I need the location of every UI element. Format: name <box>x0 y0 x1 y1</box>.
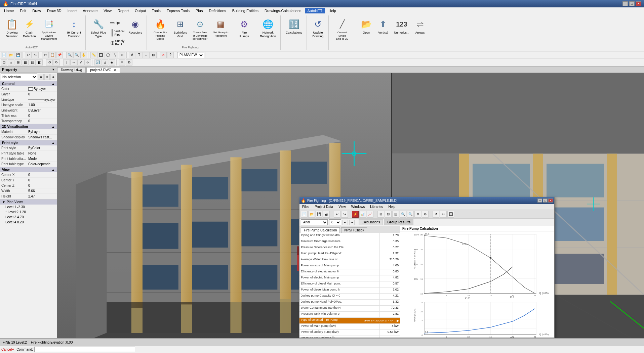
dialog-menu-windows[interactable]: Windows <box>350 205 366 209</box>
tb-save[interactable]: 💾 <box>15 52 22 58</box>
tb-btn-5[interactable]: 📏 <box>90 52 97 58</box>
dtb-17[interactable]: ↻ <box>440 211 447 218</box>
tb-btn-7[interactable]: ◯ <box>105 52 111 58</box>
tb-paste[interactable]: 📌 <box>56 52 63 58</box>
sprinklers-grid-button[interactable]: ⊞ SprinklersGrid <box>172 17 189 40</box>
close-button[interactable]: ✕ <box>636 1 641 6</box>
menu-definitions[interactable]: Definitions <box>206 8 229 13</box>
dtb-12[interactable]: 🔍 <box>400 211 406 218</box>
tb2-15[interactable]: ◈ <box>109 59 115 65</box>
fire-pump-calc-tab[interactable]: Fire Pump Calculation <box>301 227 340 233</box>
calc-tab-btn[interactable]: Calculations <box>359 219 383 225</box>
create-fighting-space-button[interactable]: 🔥 Create FireFighting Space <box>150 17 170 42</box>
dtb-2[interactable]: 📂 <box>308 211 315 218</box>
dtb-11[interactable]: ▤ <box>392 211 399 218</box>
drawing-definition-button[interactable]: 📋 DrawingDefinition <box>4 17 20 40</box>
dtb-7[interactable]: 📊 <box>359 211 366 218</box>
tb2-14[interactable]: ⊿ <box>102 59 108 65</box>
tb2-layers[interactable]: ≡ <box>119 59 125 65</box>
dialog-maximize[interactable]: □ <box>543 198 548 203</box>
tb-btn-11[interactable]: T <box>136 52 143 58</box>
dtb-9[interactable]: ⊞ <box>377 211 384 218</box>
plan-view-2[interactable]: * Level:2 1.20 <box>0 210 57 215</box>
dtb-13[interactable]: 🔍 <box>407 211 414 218</box>
menu-report[interactable]: Report <box>115 8 131 13</box>
dtb-5[interactable]: ↩ <box>334 211 340 218</box>
dtb-16[interactable]: ↺ <box>433 211 439 218</box>
dtb-6[interactable]: ↪ <box>341 211 348 218</box>
plan-view-3[interactable]: Level:3 4.70 <box>0 215 57 220</box>
dialog-menu-project[interactable]: Project Data <box>313 205 334 209</box>
supply-point-button[interactable]: ⊕ SupplyPoint <box>109 38 126 47</box>
tb2-13[interactable]: 🔄 <box>94 59 101 65</box>
general-header[interactable]: General ▲ <box>0 81 57 86</box>
group-results-btn[interactable]: Group Results <box>384 219 413 225</box>
menu-express[interactable]: Express Tools <box>164 8 192 13</box>
menu-help[interactable]: Help <box>326 8 339 13</box>
tb2-6[interactable]: ◧ <box>36 59 43 65</box>
dtb-18[interactable]: 🔲 <box>447 211 454 218</box>
select-pipe-type-button[interactable]: 🔧 Select PipeType <box>89 17 108 40</box>
tb2-properties[interactable]: ⚙ <box>126 59 132 65</box>
tb2-8[interactable]: ⟳ <box>53 59 60 65</box>
tb2-4[interactable]: ▦ <box>22 59 29 65</box>
tb-open[interactable]: 📂 <box>8 52 14 58</box>
print-header[interactable]: Print style ▲ <box>0 140 57 145</box>
tb-btn-6[interactable]: 🔲 <box>97 52 104 58</box>
dialog-menu-libraries[interactable]: Libraries <box>369 205 384 209</box>
tb-copy[interactable]: 📋 <box>49 52 56 58</box>
dtb-10[interactable]: ⊡ <box>385 211 392 218</box>
selection-combo[interactable]: No selection <box>1 74 37 80</box>
clash-detection-button[interactable]: ⚡ ClashDetection <box>22 17 38 40</box>
pipe-button[interactable]: ━ Pipe <box>109 18 126 28</box>
font-redo[interactable]: ↪ <box>349 220 355 225</box>
tb-help[interactable]: ? <box>167 52 174 58</box>
set-group-button[interactable]: ▦ Set Group toReceptors <box>211 17 230 39</box>
pump-type-expand[interactable]: ▶ <box>397 319 399 322</box>
calculations-button[interactable]: 🔢 Calculations <box>284 17 304 36</box>
tb2-10[interactable]: ↔ <box>70 59 77 65</box>
menu-insert[interactable]: Insert <box>65 8 80 13</box>
dialog-menu-view[interactable]: View <box>337 205 347 209</box>
view-combo[interactable]: PLANVIEW 3D View <box>177 52 204 58</box>
panel-btn-2[interactable]: ⊕ <box>44 74 50 80</box>
menu-autonet[interactable]: AutoNET <box>305 8 325 13</box>
dtb-1[interactable]: 📄 <box>301 211 308 218</box>
dtb-4[interactable]: 🖨 <box>323 211 330 218</box>
tb-redo[interactable]: ↪ <box>32 52 39 58</box>
dtb-3[interactable]: 💾 <box>316 211 322 218</box>
tb-btn-9[interactable]: ⊕ <box>119 52 125 58</box>
font-undo[interactable]: ↩ <box>343 220 348 225</box>
dialog-menu-help[interactable]: Help <box>387 205 397 209</box>
open-button[interactable]: 📂 Open <box>359 17 374 36</box>
plan-view-1[interactable]: Level:1 -2.30 <box>0 205 57 210</box>
viz3d-header[interactable]: 3D Visualisation ▲ <box>0 124 57 129</box>
vertical-pipe-button[interactable]: ┃ VerticalPipe <box>109 28 126 38</box>
view-header[interactable]: View ▲ <box>0 167 57 172</box>
menu-home[interactable]: Home <box>1 8 16 13</box>
tb-btn-13[interactable]: ⊠ <box>150 52 157 58</box>
dtb-8[interactable]: 📈 <box>367 211 373 218</box>
menu-edit[interactable]: Edit <box>17 8 29 13</box>
tb-delete[interactable]: ✕ <box>160 52 167 58</box>
menu-draw[interactable]: Draw <box>30 8 44 13</box>
app-layers-button[interactable]: 📑 Applications LayersManagement <box>39 17 59 42</box>
dialog-close[interactable]: ✕ <box>548 198 553 203</box>
command-input[interactable] <box>34 347 135 352</box>
tb-cut[interactable]: ✂ <box>42 52 49 58</box>
tb2-5[interactable]: ▤ <box>29 59 36 65</box>
current-elevation-button[interactable]: ↕ IH CurrentElevation <box>66 17 83 40</box>
tb-new[interactable]: 📄 <box>1 52 7 58</box>
menu-plus[interactable]: Plus <box>193 8 205 13</box>
tb-btn-8[interactable]: ╲ <box>112 52 118 58</box>
menu-annotate[interactable]: Annotate <box>80 8 100 13</box>
tb2-7[interactable]: ⟲ <box>46 59 53 65</box>
numerics-button[interactable]: 123 Numerics... <box>392 17 411 36</box>
tb-btn-10[interactable]: A <box>129 52 135 58</box>
dialog-menu-files[interactable]: Files <box>301 205 311 209</box>
arrows-button[interactable]: ⇌ Arrows <box>412 17 428 36</box>
tb2-2[interactable]: ⌂ <box>8 59 14 65</box>
npsh-check-tab[interactable]: NPSH Check <box>341 227 367 233</box>
tb2-3[interactable]: ⊞ <box>15 59 22 65</box>
update-drawing-button[interactable]: ↺ UpdateDrawing <box>310 17 326 40</box>
